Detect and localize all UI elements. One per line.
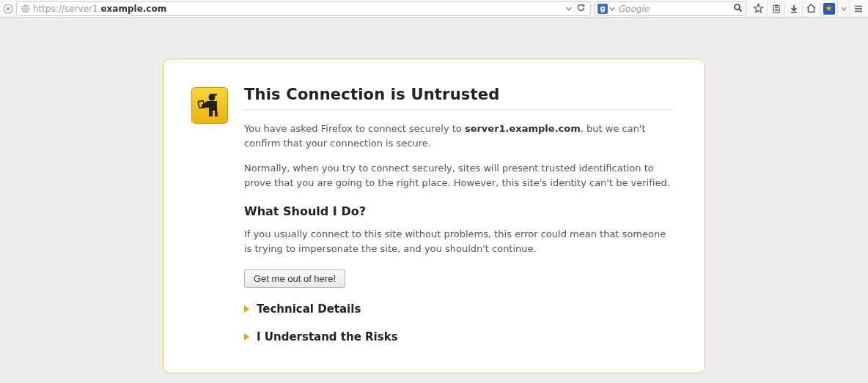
search-bar[interactable]: g Google <box>594 1 746 16</box>
search-engine-dropdown-icon[interactable] <box>609 4 615 14</box>
reload-icon[interactable] <box>576 3 586 15</box>
downloads-icon[interactable] <box>784 1 802 17</box>
get-me-out-button[interactable]: Get me out of here! <box>244 269 345 288</box>
understand-risks-expander[interactable]: I Understand the Risks <box>244 330 675 343</box>
warning-paragraph-2: Normally, when you try to connect secure… <box>244 161 675 190</box>
page-body: This Connection is Untrusted You have as… <box>0 18 868 373</box>
svg-point-3 <box>735 4 740 10</box>
svg-rect-16 <box>207 101 217 108</box>
svg-rect-15 <box>210 94 217 96</box>
svg-rect-6 <box>775 4 778 6</box>
browser-toolbar: https://server1.example.com g Google <box>0 0 868 18</box>
search-icon[interactable] <box>733 3 743 15</box>
expand-triangle-icon <box>244 305 249 313</box>
warning-paragraph-1: You have asked Firefox to connect secure… <box>244 122 675 151</box>
tab-favicon <box>1 2 15 15</box>
expander-label: I Understand the Risks <box>257 330 398 343</box>
url-text: https://server1.example.com <box>33 4 566 14</box>
police-warning-icon <box>191 87 228 124</box>
home-icon[interactable] <box>802 1 820 17</box>
warning-paragraph-3: If you usually connect to this site with… <box>244 227 675 256</box>
address-bar[interactable]: https://server1.example.com <box>16 1 591 16</box>
svg-line-4 <box>739 9 741 11</box>
menu-icon[interactable] <box>849 1 867 17</box>
globe-icon <box>21 4 30 13</box>
warning-card: This Connection is Untrusted You have as… <box>163 59 705 373</box>
search-engine-icon: g <box>597 4 608 14</box>
history-dropdown-icon[interactable] <box>566 4 572 14</box>
clipboard-icon[interactable] <box>767 1 784 17</box>
expand-triangle-icon <box>244 333 249 341</box>
expander-label: Technical Details <box>257 302 361 316</box>
what-should-i-do-heading: What Should I Do? <box>244 204 675 218</box>
addon-star-icon[interactable]: ★ <box>820 1 837 17</box>
svg-point-1 <box>7 7 10 10</box>
addon-dropdown-icon[interactable] <box>837 1 849 17</box>
svg-rect-17 <box>198 100 205 108</box>
page-title: This Connection is Untrusted <box>244 86 675 110</box>
technical-details-expander[interactable]: Technical Details <box>244 302 675 316</box>
search-placeholder: Google <box>615 4 733 14</box>
bookmark-star-icon[interactable] <box>749 1 767 17</box>
